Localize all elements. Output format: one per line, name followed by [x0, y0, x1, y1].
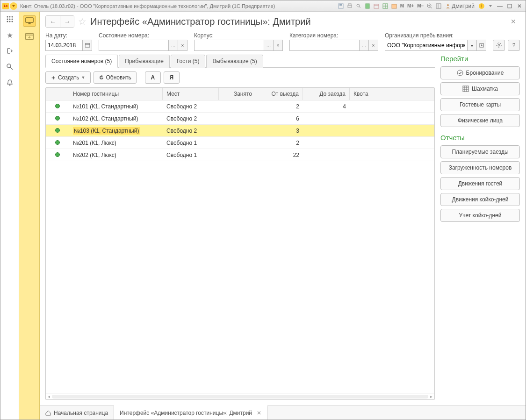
current-tab[interactable]: Интерфейс «Администратор гостиницы»: Дми…: [114, 406, 267, 420]
report-button-1[interactable]: Загруженность номеров: [440, 161, 520, 174]
tab-3[interactable]: Выбывающие (5): [206, 55, 263, 68]
col-status[interactable]: [46, 88, 69, 100]
building-label: Корпус:: [194, 32, 283, 39]
svg-text:i: i: [481, 4, 482, 8]
info-dropdown-icon[interactable]: [487, 2, 494, 10]
goto-button-0[interactable]: Бронирование: [440, 66, 520, 79]
help-button[interactable]: ?: [508, 40, 520, 51]
org-open-button[interactable]: [477, 40, 486, 51]
svg-rect-12: [392, 4, 396, 8]
settings-button[interactable]: [493, 40, 505, 51]
category-select-button[interactable]: …: [360, 40, 369, 51]
main-menu-dropdown[interactable]: [10, 2, 17, 10]
status-dot-icon: [55, 104, 60, 108]
page-close-button[interactable]: ✕: [507, 16, 520, 27]
panel-icon[interactable]: [435, 2, 442, 10]
report-button-2[interactable]: Движения гостей: [440, 177, 520, 190]
goto-button-1[interactable]: Шахматка: [440, 82, 520, 95]
close-button[interactable]: ✕: [515, 2, 524, 10]
report-button-4[interactable]: Учет койко-дней: [440, 209, 520, 222]
room-state-select-button[interactable]: …: [169, 40, 178, 51]
category-clear-button[interactable]: ×: [369, 40, 378, 51]
calendar-icon[interactable]: [373, 2, 380, 10]
sort-ya-button[interactable]: Я: [164, 71, 180, 84]
svg-point-43: [498, 44, 500, 46]
table-row[interactable]: №101 (К1, Стандартный)Свободно 224: [46, 100, 434, 113]
check-icon: [457, 70, 463, 76]
save-icon[interactable]: [337, 2, 345, 10]
cell-ot: 22: [256, 152, 303, 158]
svg-point-29: [7, 21, 8, 22]
history-icon[interactable]: [5, 46, 14, 56]
svg-point-23: [7, 16, 8, 18]
svg-rect-35: [26, 18, 33, 22]
table-row[interactable]: №102 (К1, Стандартный)Свободно 26: [46, 113, 434, 125]
org-input[interactable]: [385, 40, 468, 51]
col-mest[interactable]: Мест: [163, 88, 219, 100]
col-zanyato[interactable]: Занято: [219, 88, 256, 100]
room-state-input[interactable]: [99, 40, 169, 51]
svg-line-33: [10, 67, 13, 70]
info-icon[interactable]: i: [478, 2, 485, 10]
tab-0[interactable]: Состояние номеров (5): [45, 55, 118, 68]
col-do[interactable]: До заезда: [303, 88, 350, 100]
room-state-clear-button[interactable]: ×: [178, 40, 187, 51]
svg-line-14: [431, 7, 432, 8]
side-button-label: Шахматка: [472, 85, 498, 92]
grid-icon[interactable]: [382, 2, 389, 10]
scale-m-icon[interactable]: M: [399, 2, 405, 10]
svg-point-27: [9, 19, 10, 20]
tab-2[interactable]: Гости (5): [171, 55, 206, 68]
minimize-button[interactable]: —: [496, 2, 504, 10]
report-button-3[interactable]: Движения койко-дней: [440, 193, 520, 206]
preview-icon[interactable]: [355, 2, 362, 10]
bell-icon[interactable]: [5, 78, 14, 87]
building-input[interactable]: [194, 40, 264, 51]
calculator-icon[interactable]: [364, 2, 371, 10]
desktop-icon[interactable]: [23, 15, 36, 27]
table-row[interactable]: №103 (К1, Стандартный)Свободно 23: [46, 125, 434, 137]
tab-close-icon[interactable]: ✕: [257, 410, 261, 416]
sort-a-button[interactable]: А: [145, 71, 161, 84]
scale-mplus-icon[interactable]: M+: [406, 2, 415, 10]
nav-back-button[interactable]: ←: [46, 16, 60, 27]
building-select-button[interactable]: …: [264, 40, 274, 51]
calendar-picker-icon[interactable]: [83, 40, 92, 51]
horizontal-scrollbar[interactable]: ◂▸: [46, 393, 434, 399]
search-icon[interactable]: [5, 62, 14, 71]
col-kvota[interactable]: Квота: [350, 88, 434, 100]
goto-section-title: Перейти: [440, 55, 520, 63]
cell-room: №101 (К1, Стандартный): [69, 103, 163, 110]
org-dropdown-button[interactable]: ▾: [468, 40, 477, 51]
report-button-0[interactable]: Планируемые заезды: [440, 145, 520, 158]
create-button[interactable]: ＋Создать▼: [45, 71, 91, 84]
scale-mminus-icon[interactable]: M−: [416, 2, 425, 10]
zoom-icon[interactable]: [426, 2, 433, 10]
refresh-button[interactable]: Обновить: [94, 71, 137, 84]
table-row[interactable]: №202 (К1, Люкс)Свободно 122: [46, 149, 434, 161]
goto-button-3[interactable]: Физические лица: [440, 114, 520, 127]
home-tab[interactable]: Начальная страница: [40, 406, 114, 420]
rooms-grid: Номер гостиницы Мест Занято От выезда До…: [45, 87, 435, 400]
date-icon[interactable]: [390, 2, 398, 10]
print-icon[interactable]: [346, 2, 353, 10]
col-room[interactable]: Номер гостиницы: [69, 88, 163, 100]
window-icon[interactable]: [23, 31, 36, 43]
star-icon[interactable]: ★: [5, 30, 14, 40]
side-button-label: Гостевые карты: [460, 101, 501, 108]
table-row[interactable]: №201 (К1, Люкс)Свободно 12: [46, 137, 434, 149]
svg-rect-1: [339, 4, 342, 6]
tab-1[interactable]: Прибывающие: [119, 55, 170, 68]
date-input[interactable]: [45, 40, 83, 51]
nav-forward-button[interactable]: →: [60, 16, 74, 27]
user-label[interactable]: Дмитрий: [444, 3, 476, 9]
favorite-star-icon[interactable]: ☆: [78, 16, 86, 27]
building-clear-button[interactable]: ×: [274, 40, 283, 51]
window-title: Кинт: Отель (18.03.r02) - ООО "Корпорати…: [20, 3, 337, 9]
goto-button-2[interactable]: Гостевые карты: [440, 98, 520, 111]
col-ot[interactable]: От выезда: [256, 88, 303, 100]
category-input[interactable]: [289, 40, 360, 51]
maximize-button[interactable]: [505, 2, 514, 10]
apps-icon[interactable]: [5, 14, 14, 24]
svg-rect-6: [366, 4, 369, 8]
